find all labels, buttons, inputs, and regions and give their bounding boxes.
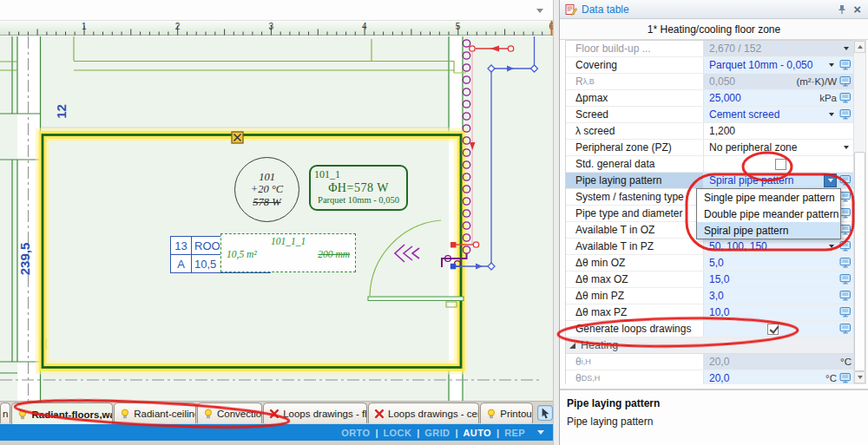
property-value[interactable]: 10,0 [709,306,837,318]
toolbar-overflow-caret[interactable] [536,9,543,13]
property-value[interactable]: 20,0 [709,356,838,368]
dropdown-open-button[interactable] [824,173,837,187]
dropdown-option-double-pipe-meander-pattern[interactable]: Double pipe meander pattern [697,206,840,222]
select-cursor-icon[interactable] [537,405,553,421]
room-temperature: +20 °C [251,183,283,195]
loop-label[interactable]: 101_1_1 10,5 m² 200 mm [220,233,356,272]
monitor-link-icon[interactable] [839,192,852,202]
panel-splitter[interactable] [553,0,560,445]
close-icon[interactable]: × [852,4,863,15]
dropdown-option-spiral-pipe-pattern[interactable]: Spiral pipe pattern [697,222,840,239]
floor-plan-drawing[interactable]: 101 +20 °C 578 W 101_1 ΦH=578 W Parquet … [0,36,553,401]
tab-printout[interactable]: Printout [480,402,533,423]
property-value[interactable]: Cement screed [709,108,824,121]
monitor-link-icon[interactable] [839,291,852,301]
monitor-link-icon[interactable] [839,258,852,268]
monitor-link-icon[interactable] [839,109,852,120]
property-row-λ-screed[interactable]: λ screed1,200 [566,123,854,140]
tab-label: n [3,409,8,419]
walls [0,36,466,401]
monitor-link-icon[interactable] [839,93,852,103]
monitor-link-icon[interactable] [839,60,852,70]
scroll-down-button[interactable] [854,371,865,383]
property-value[interactable]: 2,670 / 152 [709,43,838,55]
property-row-peripheral-zone-pz-[interactable]: Peripheral zone (PZ)No peripheral zone [566,140,854,156]
property-value[interactable]: 25,000 [709,92,817,104]
tab-convection[interactable]: Convection [197,402,262,423]
property-row-pipe-laying-pattern[interactable]: Pipe laying patternSpiral pipe pattern [566,173,854,189]
dropdown-caret-icon[interactable] [844,47,849,50]
section-header-heating[interactable]: Heating [566,337,854,354]
monitor-link-icon[interactable] [839,307,852,317]
monitor-link-icon[interactable] [839,324,852,334]
property-row-θds-h[interactable]: θDS,H20,0°C [566,370,854,384]
room-stamp[interactable]: 101 +20 °C 578 W [234,157,299,222]
tab-radiant-floors-walls[interactable]: Radiant-floors,walls [11,402,113,425]
property-row-δpmax[interactable]: Δpmax25,000kPa [566,90,854,107]
property-row-available-t-in-pz[interactable]: Available T in PZ50, 100, 150 [566,239,854,255]
property-value[interactable]: 5,0 [709,257,837,269]
property-value[interactable]: No peripheral zone [709,141,838,154]
property-label: Covering [575,59,617,71]
monitor-link-icon[interactable] [839,225,852,235]
bulb-icon [17,409,28,420]
monitor-link-icon[interactable] [839,274,852,285]
property-row-δθ-min-pz[interactable]: Δθ min PZ3,0 [566,288,854,304]
statusbar-toggle-orto[interactable]: ORTO [341,428,370,438]
scroll-up-button[interactable] [854,41,865,53]
property-row-std-general-data[interactable]: Std. general data [566,156,854,173]
dropdown-option-single-pipe-meander-pattern[interactable]: Single pipe meander pattern [697,189,840,206]
loop-id: 101_1_1 [227,236,350,246]
property-label: Generate loops drawings [575,323,691,335]
expander-icon[interactable] [569,343,575,349]
zone-label[interactable]: 101_1 ΦH=578 W Parquet 10mm - 0,050 [309,165,408,211]
drawing-tabbar: nRadiant-floors,wallsRadiant-ceilingsCon… [0,401,553,424]
property-row-rλ-b[interactable]: Rλ,B0,050(m²·K)/W [566,74,854,90]
dropdown-caret-icon[interactable] [829,113,834,116]
statusbar-caret[interactable] [537,430,544,435]
bulb-icon [486,409,496,419]
property-row-δθ-max-oz[interactable]: Δθ max OZ15,0 [566,272,854,288]
monitor-link-icon[interactable] [839,373,852,383]
monitor-link-icon[interactable] [839,76,852,87]
room-table-a: A [171,255,192,273]
red-x-icon [269,409,279,419]
tab-radiant-ceilings[interactable]: Radiant-ceilings [114,402,196,423]
statusbar-toggle-rep[interactable]: REP [504,428,525,438]
dropdown-caret-icon[interactable] [844,146,849,149]
monitor-link-icon[interactable] [839,175,852,186]
property-row-floor-build-up-[interactable]: Floor build-up ...2,670 / 152 [566,41,854,57]
property-value[interactable]: 3,0 [709,290,837,302]
tab-n[interactable]: n [0,402,10,423]
dropdown-caret-icon[interactable] [829,245,834,248]
property-row-covering[interactable]: CoveringParquet 10mm - 0,050 [566,57,854,74]
property-value[interactable]: 50, 100, 150 [709,240,824,252]
statusbar-toggle-lock[interactable]: LOCK [383,428,411,438]
property-row-δθ-max-pz[interactable]: Δθ max PZ10,0 [566,304,854,321]
checkbox-unchecked[interactable] [775,159,786,170]
monitor-link-icon[interactable] [839,208,852,219]
statusbar-toggle-grid[interactable]: GRID [424,428,450,438]
app-window: 123456 [0,0,868,445]
pin-icon[interactable] [837,4,847,15]
property-row-θi-h[interactable]: θi,H20,0°C [566,354,854,370]
property-value[interactable]: 15,0 [709,273,837,285]
monitor-link-icon[interactable] [839,241,852,252]
property-value[interactable]: 20,0 [709,372,823,384]
tab-loops-drawings-floor[interactable]: Loops drawings - floor [263,402,367,423]
property-row-δθ-min-oz[interactable]: Δθ min OZ5,0 [566,255,854,272]
property-value[interactable]: 1,200 [709,125,852,137]
svg-text:2: 2 [175,22,181,31]
property-value[interactable]: Parquet 10mm - 0,050 [709,59,824,71]
property-value[interactable]: Spiral pipe pattern [709,174,821,187]
zone-power: ΦH=578 W [314,181,403,195]
checkbox-checked[interactable] [767,324,779,335]
tab-loops-drawings-ceiling[interactable]: Loops drawings - ceiling [368,402,479,423]
property-value[interactable]: 0,050 [709,75,793,88]
grid-scrollbar[interactable] [853,40,866,384]
statusbar-toggle-auto[interactable]: AUTO [464,428,492,438]
property-row-screed[interactable]: ScreedCement screed [566,107,854,123]
dropdown-caret-icon[interactable] [829,63,834,67]
scroll-thumb[interactable] [854,152,865,371]
property-row-generate-loops-drawings[interactable]: Generate loops drawings [566,321,854,337]
